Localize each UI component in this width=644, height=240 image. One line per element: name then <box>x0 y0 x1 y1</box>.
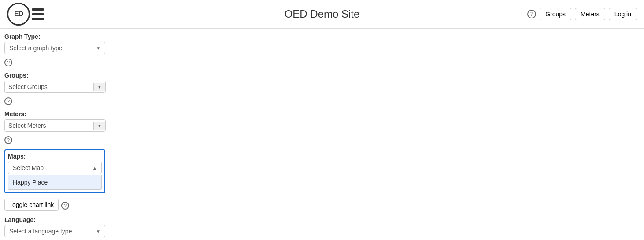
meters-caret[interactable]: ▼ <box>93 122 105 130</box>
logo: ED <box>7 3 44 26</box>
graph-type-label: Graph Type: <box>4 33 105 40</box>
maps-dropdown-trigger[interactable]: Select Map ▲ <box>8 162 102 174</box>
maps-caret: ▲ <box>93 166 97 170</box>
language-caret: ▼ <box>96 229 100 234</box>
toggle-chart-button[interactable]: Toggle chart link <box>4 199 59 211</box>
maps-label: Maps: <box>8 153 102 160</box>
language-placeholder: Select a language type <box>9 228 72 235</box>
page-title: OED Demo Site <box>285 8 360 20</box>
language-label: Language: <box>4 216 105 223</box>
maps-section: Maps: Select Map ▲ Happy Place <box>4 149 105 193</box>
meters-help[interactable]: ? <box>4 136 12 144</box>
logo-circle: ED <box>7 3 30 26</box>
meters-label: Meters: <box>4 111 105 118</box>
groups-label: Groups: <box>4 72 105 79</box>
help-icon[interactable]: ? <box>527 10 536 18</box>
meters-multiselect[interactable]: Select Meters ▼ <box>4 119 106 132</box>
logo-pipe <box>32 8 44 20</box>
logo-text: ED <box>14 10 23 18</box>
header: ED OED Demo Site ? Groups Meters Log in <box>0 0 644 29</box>
groups-multiselect[interactable]: Select Groups ▼ <box>4 81 106 93</box>
groups-caret[interactable]: ▼ <box>93 83 105 91</box>
toggle-chart-label: Toggle chart link <box>9 201 54 208</box>
toggle-chart-section: Toggle chart link ? <box>4 199 105 211</box>
groups-section: Groups: Select Groups ▼ ? <box>4 72 105 105</box>
maps-dropdown-menu: Happy Place <box>8 175 102 190</box>
groups-help[interactable]: ? <box>4 97 12 105</box>
groups-button[interactable]: Groups <box>540 8 571 20</box>
maps-option-happy-place[interactable]: Happy Place <box>8 175 101 189</box>
language-dropdown[interactable]: Select a language type ▼ <box>4 225 105 237</box>
groups-placeholder: Select Groups <box>5 81 93 92</box>
header-nav: ? Groups Meters Log in <box>527 8 637 20</box>
sidebar: Graph Type: Select a graph type ▼ ? Grou… <box>0 29 110 240</box>
main-content <box>110 29 644 240</box>
layout: Graph Type: Select a graph type ▼ ? Grou… <box>0 29 644 240</box>
language-section: Language: Select a language type ▼ ? <box>4 216 105 240</box>
graph-type-placeholder: Select a graph type <box>9 44 63 52</box>
login-button[interactable]: Log in <box>609 8 637 20</box>
pipe-line-1 <box>32 8 44 11</box>
toggle-chart-help[interactable]: ? <box>61 202 69 210</box>
graph-type-help[interactable]: ? <box>4 59 12 66</box>
graph-type-section: Graph Type: Select a graph type ▼ ? <box>4 33 105 66</box>
graph-type-caret: ▼ <box>96 46 100 51</box>
pipe-line-2 <box>32 13 44 15</box>
meters-section: Meters: Select Meters ▼ ? <box>4 111 105 144</box>
meters-placeholder: Select Meters <box>5 120 93 131</box>
graph-type-dropdown[interactable]: Select a graph type ▼ <box>4 42 105 54</box>
maps-placeholder: Select Map <box>13 164 44 171</box>
maps-dropdown-container: Select Map ▲ Happy Place <box>8 162 102 190</box>
pipe-line-3 <box>32 18 44 20</box>
meters-button[interactable]: Meters <box>575 8 605 20</box>
